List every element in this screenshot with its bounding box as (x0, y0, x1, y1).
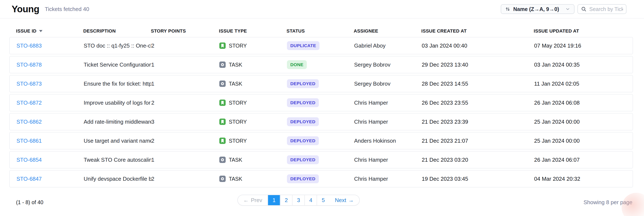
issue-type-label: STORY (229, 138, 247, 144)
issue-updated-at-cell: 26 Jan 2024 06:07 (534, 156, 632, 163)
search-icon (581, 6, 587, 12)
assignee-cell: Chris Hamper (354, 118, 422, 125)
issue-id-link[interactable]: STO-6861 (16, 138, 42, 144)
issue-type-cell: STORY (219, 118, 287, 125)
issue-type-cell: TASK (219, 156, 287, 163)
story-icon (219, 42, 226, 49)
column-header-story-points: STORY POINTS (151, 28, 219, 34)
search-box (578, 4, 626, 14)
issue-updated-at-cell: 11 Jan 2024 02:05 (534, 80, 632, 87)
sort-dropdown[interactable]: Name (Z→A, 9→0) (501, 4, 574, 14)
column-header-description: DESCRIPTION (83, 28, 151, 34)
story-points-cell: 1 (151, 62, 219, 68)
description-cell: Ticket Service Configuration (84, 62, 151, 68)
issue-created-at-cell: 26 Dec 2023 23:55 (422, 100, 534, 106)
issue-created-at-cell: 21 Dec 2023 03:20 (422, 156, 534, 163)
assignee-cell: Anders Hokinson (354, 138, 422, 144)
issue-id-link[interactable]: STO-6873 (16, 80, 42, 87)
issue-id-link[interactable]: STO-6862 (16, 118, 42, 125)
issue-id-link[interactable]: STO-6878 (16, 62, 42, 68)
page-button-4[interactable]: 4 (305, 195, 317, 205)
issue-id-link[interactable]: STO-6883 (16, 42, 42, 49)
issue-created-at-cell: 28 Dec 2023 14:55 (422, 80, 534, 87)
description-cell: Ensure the fix for ticket: https://h... (84, 80, 151, 87)
table-row: STO-6883 STO doc :: q1-fy25 :: One-click… (9, 37, 633, 54)
task-icon (219, 176, 226, 182)
page-button-2[interactable]: 2 (280, 195, 293, 205)
description-cell: Improve usability of logs for failur... (84, 100, 151, 106)
search-input[interactable] (589, 6, 623, 12)
status-badge: DEPLOYED (287, 98, 319, 107)
description-cell: Use target and variant name sear... (84, 138, 151, 144)
issue-id-link[interactable]: STO-6872 (16, 100, 42, 106)
assignee-cell: Chris Hamper (354, 176, 422, 182)
left-arrow-icon: ← (244, 197, 249, 204)
issue-type-label: STORY (229, 43, 247, 49)
issue-updated-at-cell: 04 Mar 2024 20:32 (534, 176, 632, 182)
issue-id-link[interactable]: STO-6854 (16, 156, 42, 163)
issue-type-label: STORY (229, 119, 247, 125)
story-points-cell: 1 (151, 156, 219, 163)
task-icon (219, 62, 226, 68)
issue-type-label: TASK (229, 176, 242, 182)
issue-type-cell: STORY (219, 42, 287, 49)
story-icon (219, 100, 226, 106)
page-button-1[interactable]: 1 (268, 195, 280, 205)
story-points-cell: 1 (151, 80, 219, 87)
column-header-status: STATUS (286, 28, 354, 34)
header-controls: Name (Z→A, 9→0) (501, 4, 626, 14)
page-title: Young (12, 4, 39, 14)
story-points-cell: 2 (151, 100, 219, 106)
page-button-5[interactable]: 5 (317, 195, 330, 205)
description-cell: Unify devspace Dockerfile build (84, 176, 151, 182)
prev-page-button[interactable]: ← Prev (238, 195, 268, 205)
issue-updated-at-cell: 07 May 2024 19:16 (534, 42, 632, 49)
issue-created-at-cell: 21 Dec 2023 21:07 (422, 138, 534, 144)
issue-type-label: STORY (229, 100, 247, 106)
table-row: STO-6878 Ticket Service Configuration 1 … (9, 56, 633, 73)
table-row: STO-6873 Ensure the fix for ticket: http… (9, 75, 633, 92)
chevron-down-icon (565, 6, 570, 12)
issue-id-link[interactable]: STO-6847 (16, 176, 42, 182)
story-points-cell: 2 (151, 138, 219, 144)
tickets-fetched-count: Tickets fetched 40 (45, 6, 89, 12)
story-points-cell: 2 (151, 176, 219, 182)
issue-updated-at-cell: 25 Jan 2024 00:00 (534, 118, 632, 125)
assignee-cell: Chris Hamper (354, 100, 422, 106)
column-header-assignee: ASSIGNEE (354, 28, 421, 34)
description-cell: Add rate-limiting middleware to S... (84, 118, 151, 125)
description-cell: Tweak STO Core autoscaling par... (84, 156, 151, 163)
page-button-3[interactable]: 3 (293, 195, 305, 205)
issue-updated-at-cell: 26 Jan 2024 06:08 (534, 100, 632, 106)
table-body: STO-6883 STO doc :: q1-fy25 :: One-click… (9, 37, 633, 189)
story-icon (219, 118, 226, 125)
issue-updated-at-cell: 03 Jan 2024 00:35 (534, 62, 632, 68)
story-points-cell: 2 (151, 42, 219, 49)
issue-type-cell: TASK (219, 176, 287, 182)
task-icon (219, 156, 226, 163)
pagination: ← Prev 12345 Next → (238, 195, 360, 206)
issue-created-at-cell: 19 Dec 2023 03:45 (422, 176, 534, 182)
description-cell: STO doc :: q1-fy25 :: One-click e... (84, 42, 151, 49)
status-badge: DEPLOYED (287, 155, 319, 164)
issue-type-label: TASK (229, 81, 242, 87)
table-row: STO-6862 Add rate-limiting middleware to… (9, 113, 633, 130)
story-icon (219, 138, 226, 144)
assignee-cell: Chris Hamper (354, 156, 422, 163)
issue-created-at-cell: 21 Dec 2023 23:39 (422, 118, 534, 125)
status-badge: DEPLOYED (287, 117, 319, 126)
page-buttons: 12345 (268, 195, 330, 205)
sort-direction-icon (39, 30, 42, 32)
issue-type-cell: STORY (219, 138, 287, 144)
next-page-button[interactable]: Next → (330, 195, 359, 205)
per-page-label: Showing 8 per page (584, 197, 632, 208)
issue-updated-at-cell: 25 Jan 2024 00:00 (534, 138, 632, 144)
status-badge: DONE (287, 60, 307, 69)
column-header-issue-created-at: ISSUE CREATED AT (421, 28, 534, 34)
table-row: STO-6861 Use target and variant name sea… (9, 132, 633, 150)
table-row: STO-6847 Unify devspace Dockerfile build… (9, 170, 633, 188)
column-header-issue-type: ISSUE TYPE (219, 28, 286, 34)
column-header-issue-id[interactable]: ISSUE ID (16, 28, 83, 34)
issue-type-cell: TASK (219, 80, 287, 87)
status-badge: DEPLOYED (287, 79, 319, 88)
